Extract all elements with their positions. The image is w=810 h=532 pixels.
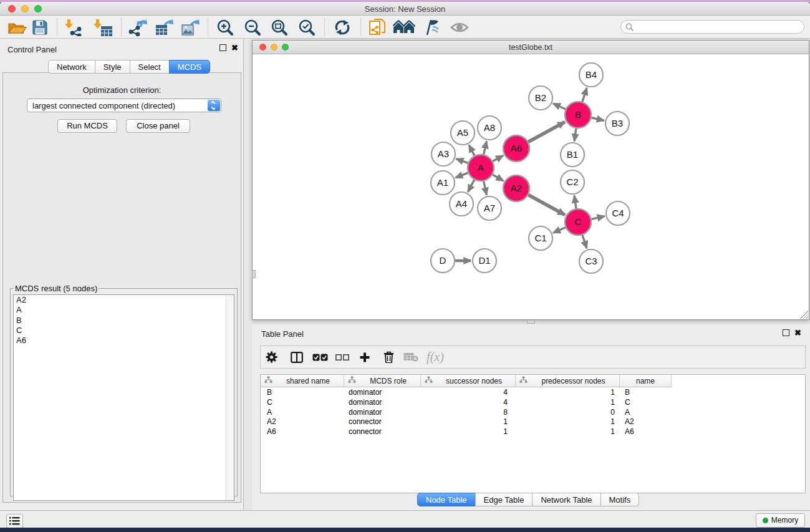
graph-node-A1[interactable]: A1 (431, 171, 455, 195)
mcds-result-list[interactable]: A2ABCA6 (13, 294, 234, 501)
export-network-icon[interactable] (128, 16, 149, 39)
table-tab-network-table[interactable]: Network Table (532, 493, 600, 506)
main-titlebar[interactable]: Session: New Session (0, 2, 810, 16)
splitter-handle-vertical[interactable] (252, 270, 256, 278)
save-session-icon[interactable] (31, 16, 49, 39)
search-input[interactable] (620, 20, 804, 34)
graph-edge-C-C4[interactable] (591, 216, 604, 220)
graph-edge-A6-B[interactable] (528, 122, 565, 142)
zoom-fit-icon[interactable] (270, 16, 289, 39)
table-tab-edge-table[interactable]: Edge Table (475, 493, 533, 506)
graph-edge-A-A1[interactable] (455, 173, 468, 178)
result-item[interactable]: C (14, 326, 234, 336)
tab-style[interactable]: Style (95, 60, 130, 74)
split-column-icon[interactable] (289, 346, 305, 368)
zoom-in-icon[interactable] (216, 16, 234, 39)
tab-network[interactable]: Network (48, 60, 95, 74)
table-tab-node-table[interactable]: Node Table (417, 493, 476, 506)
table-row[interactable]: Adominator80A (261, 408, 805, 418)
graph-edge-B-B3[interactable] (591, 118, 604, 120)
result-item[interactable]: A6 (14, 336, 234, 346)
result-item[interactable]: A (14, 305, 234, 315)
function-builder-icon[interactable]: f(x) (425, 346, 446, 368)
delete-table-icon[interactable] (402, 346, 420, 368)
run-mcds-button[interactable]: Run MCDS (57, 119, 117, 133)
column-header-MCDS-role[interactable]: MCDS role (344, 375, 421, 387)
graph-node-A6[interactable]: A6 (503, 135, 529, 162)
select-all-columns-icon[interactable] (311, 346, 329, 368)
import-network-icon[interactable] (64, 16, 85, 39)
column-header-successor-nodes[interactable]: successor nodes (421, 375, 516, 387)
graph-node-A8[interactable]: A8 (478, 116, 501, 140)
graph-node-A2[interactable]: A2 (503, 175, 529, 201)
table-row[interactable]: A6connector11A6 (261, 427, 805, 437)
table-row[interactable]: Cdominator41C (261, 398, 805, 408)
memory-button[interactable]: Memory (756, 513, 805, 528)
result-item[interactable]: A2 (14, 295, 234, 305)
table-close-icon[interactable]: ✖ (794, 329, 801, 336)
column-header-shared-name[interactable]: shared name (261, 375, 344, 387)
show-hide-panel-icon[interactable] (449, 16, 470, 39)
zoom-out-icon[interactable] (243, 16, 262, 39)
table-float-icon[interactable] (783, 329, 789, 336)
graph-node-A3[interactable]: A3 (432, 142, 455, 166)
close-panel-icon[interactable]: ✖ (231, 44, 238, 51)
graph-node-A5[interactable]: A5 (451, 121, 475, 145)
table-row[interactable]: A2connector11A2 (261, 417, 805, 427)
splitter-handle-horizontal[interactable] (527, 320, 535, 324)
column-header-predecessor-nodes[interactable]: predecessor nodes (516, 375, 620, 387)
delete-column-icon[interactable] (380, 346, 397, 368)
graph-edge-B-B1[interactable] (574, 128, 576, 141)
graph-edge-A2-C[interactable] (528, 195, 565, 215)
optimization-dropdown[interactable]: largest connected component (directed) (27, 99, 221, 112)
window-resize-grip[interactable] (800, 311, 808, 319)
graph-node-B1[interactable]: B1 (561, 143, 584, 167)
graph-node-C1[interactable]: C1 (529, 226, 552, 250)
graph-edge-B-B2[interactable] (553, 104, 566, 109)
close-panel-button[interactable]: Close panel (126, 119, 190, 133)
deselect-all-columns-icon[interactable] (334, 346, 350, 368)
graph-node-C3[interactable]: C3 (579, 249, 603, 273)
graph-node-D1[interactable]: D1 (473, 249, 496, 273)
export-table-icon[interactable] (154, 16, 175, 39)
result-item[interactable]: B (14, 316, 234, 326)
open-session-icon[interactable] (6, 16, 27, 39)
add-column-icon[interactable] (357, 346, 373, 368)
graph-node-C[interactable]: C (565, 209, 591, 235)
home-view-icon[interactable] (393, 16, 415, 39)
column-header-name[interactable]: name (620, 375, 672, 387)
float-panel-icon[interactable] (219, 44, 226, 51)
graph-edge-A-A7[interactable] (484, 181, 487, 195)
graph-node-B[interactable]: B (565, 102, 591, 128)
graph-edge-C-C3[interactable] (582, 235, 587, 248)
table-row[interactable]: Bdominator41B (261, 388, 805, 398)
graph-node-B4[interactable]: B4 (579, 63, 603, 87)
tab-select[interactable]: Select (130, 60, 170, 74)
graph-edge-A-A8[interactable] (484, 141, 487, 154)
export-image-icon[interactable] (180, 16, 201, 39)
network-canvas[interactable]: A5A8B2B4B3A3B1A1C2A4A7C4C1C3DD1BA6AA2C (253, 54, 809, 320)
import-table-icon[interactable] (93, 16, 114, 39)
result-scrollbar[interactable] (226, 295, 234, 500)
table-settings-gear-icon[interactable] (264, 346, 279, 368)
graph-node-A[interactable]: A (468, 155, 494, 181)
graph-edge-A-A4[interactable] (468, 180, 474, 191)
graph-edge-A-A5[interactable] (469, 145, 475, 156)
graph-node-C4[interactable]: C4 (606, 201, 630, 225)
graph-node-B2[interactable]: B2 (529, 86, 552, 110)
graph-node-B3[interactable]: B3 (605, 112, 629, 135)
graphics-details-icon[interactable] (422, 16, 441, 39)
graph-node-D[interactable]: D (431, 249, 455, 273)
zoom-selected-icon[interactable] (297, 16, 316, 39)
network-window-titlebar[interactable]: testGlobe.txt (253, 41, 809, 54)
clone-network-icon[interactable] (368, 16, 388, 39)
table-tab-motifs[interactable]: Motifs (600, 493, 640, 506)
graph-edge-B-B4[interactable] (582, 88, 587, 102)
graph-edge-A-A6[interactable] (493, 155, 503, 161)
graph-edge-A-A3[interactable] (456, 159, 468, 163)
graph-node-C2[interactable]: C2 (561, 170, 584, 194)
graph-edge-A-A2[interactable] (493, 175, 503, 181)
graph-node-A4[interactable]: A4 (450, 192, 473, 216)
graph-edge-C-C2[interactable] (574, 196, 576, 208)
show-panels-button[interactable] (6, 514, 23, 528)
